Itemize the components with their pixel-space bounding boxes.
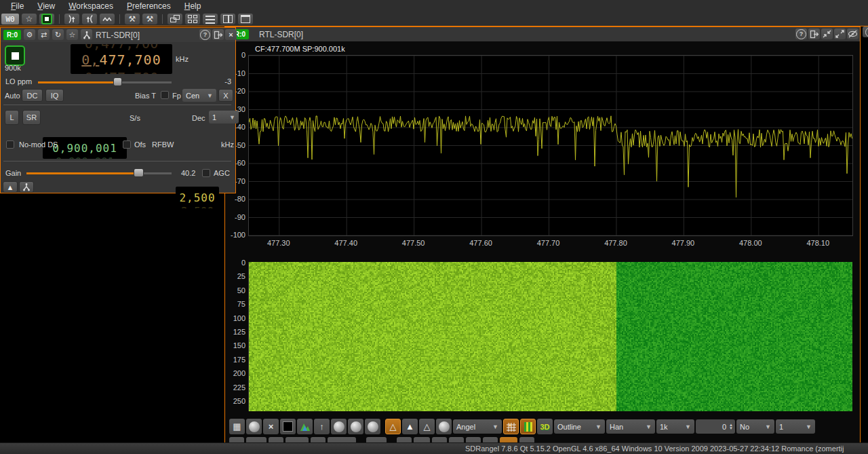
local-oscillator-button[interactable]: L <box>5 110 19 125</box>
gain-slider-handle[interactable] <box>134 168 144 177</box>
background-color-button[interactable] <box>280 419 296 434</box>
add-tx-device-button[interactable] <box>82 14 97 24</box>
stack-windows-button[interactable] <box>203 14 218 24</box>
feature-presets-button[interactable]: ☆ <box>22 14 37 24</box>
toolbar-row2-button[interactable] <box>246 437 267 442</box>
toolbar-row2-button[interactable] <box>311 437 326 442</box>
averaging-spinbox[interactable]: 0▲▼ <box>696 419 735 434</box>
menu-workspaces[interactable]: Workspaces <box>62 1 120 11</box>
add-rx-device-button[interactable] <box>64 14 79 24</box>
markers-select[interactable]: No▼ <box>736 419 774 434</box>
max-hold-button[interactable]: ↑ <box>314 419 330 434</box>
change-device-button[interactable]: ⇄ <box>38 29 50 40</box>
fc-position-select[interactable]: Cen▼ <box>182 89 216 102</box>
toolbar-row2-button[interactable] <box>466 437 481 442</box>
device-settings-button[interactable]: ⚙ <box>24 29 35 40</box>
reload-device-button[interactable]: ↻ <box>52 29 64 40</box>
histogram-toggle-button[interactable] <box>297 419 313 434</box>
reference-level-knob[interactable] <box>246 419 262 434</box>
stop-square-icon <box>41 14 52 24</box>
dc-correction-button[interactable]: DC <box>22 89 43 102</box>
toolbar-row2-button[interactable] <box>449 437 464 442</box>
average-trace-button[interactable]: ▲ <box>402 419 418 434</box>
fft-window-select[interactable]: Han▼ <box>606 419 655 434</box>
add-mimo-device-button[interactable] <box>100 14 115 24</box>
toolbar-row2-button[interactable] <box>366 437 387 442</box>
sink-select[interactable]: Angel▼ <box>453 419 502 434</box>
help-button[interactable]: ? <box>795 29 807 39</box>
decay-knob[interactable] <box>331 419 347 434</box>
iq-correction-button[interactable]: IQ <box>45 89 64 102</box>
feature-settings-button[interactable]: ⚒ <box>142 14 157 24</box>
lo-ppm-slider-handle[interactable] <box>113 77 122 86</box>
start-stop-button[interactable] <box>5 45 25 66</box>
grid-toggle-button[interactable]: ▦ <box>229 419 245 434</box>
menu-view[interactable]: View <box>31 1 62 11</box>
stop-all-devices-button[interactable] <box>39 14 54 24</box>
tabbed-view-button[interactable] <box>220 14 235 24</box>
sr-button-label: SR <box>26 113 37 121</box>
sr-toggle-button[interactable]: SR <box>22 110 41 125</box>
axis-tick-label: 477.90 <box>668 239 698 247</box>
ratio-select[interactable]: 1▼ <box>776 419 815 434</box>
clipped-toolbar-button[interactable] <box>863 26 868 37</box>
move-to-workspace-button[interactable] <box>808 29 820 39</box>
current-trace-button[interactable]: △ <box>385 419 401 434</box>
maximize-button[interactable] <box>834 29 846 39</box>
close-button[interactable]: × <box>225 29 237 40</box>
toolbar-row2-button[interactable] <box>285 437 309 442</box>
axis-tick-label: -80 <box>226 195 245 203</box>
device-titlebar[interactable]: R:0 ⚙ ⇄ ↻ ☆ RTL-SDR[0] ? × <box>1 28 235 42</box>
device-graph-button[interactable] <box>81 29 92 40</box>
gain-label: Gain <box>5 169 21 177</box>
toolbar-row2-button[interactable] <box>414 437 430 442</box>
toolbar-row2-button[interactable] <box>229 437 244 442</box>
chevron-down-icon: ▼ <box>207 92 213 99</box>
waterfall-position-button[interactable] <box>520 419 536 434</box>
channels-graph-button[interactable] <box>19 181 34 193</box>
bias-t-checkbox[interactable] <box>161 91 169 99</box>
spectrogram-3d-button[interactable]: 3D <box>537 419 553 434</box>
toolbar-row2-button[interactable] <box>328 437 356 442</box>
toolbar-row2-button[interactable] <box>432 437 447 442</box>
cascade-windows-button[interactable] <box>167 14 182 24</box>
add-feature-button[interactable]: ⚒ <box>125 14 140 24</box>
shrink-button[interactable] <box>821 29 833 39</box>
hide-button[interactable] <box>847 29 859 39</box>
toolbar-row2-button[interactable] <box>519 437 534 442</box>
waterfall-toggle-button[interactable] <box>503 419 519 434</box>
waterfall-display[interactable] <box>248 262 852 411</box>
decimation-select[interactable]: 1▼ <box>209 111 239 124</box>
decay-divisor-knob[interactable] <box>348 419 363 434</box>
menu-file[interactable]: File <box>4 1 31 11</box>
agc-checkbox[interactable] <box>202 169 210 177</box>
spectrum-plot[interactable] <box>248 55 853 236</box>
toolbar-row2-active-button[interactable] <box>500 437 517 442</box>
toolbar-row2-button[interactable] <box>269 437 283 442</box>
compress-arrows-icon <box>823 30 831 38</box>
toolbar-row2-button[interactable] <box>397 437 412 442</box>
center-frequency-dial[interactable]: 0,477,700 0,477,700 0,477,700 <box>71 44 172 74</box>
menu-help[interactable]: Help <box>178 1 208 11</box>
move-to-workspace-button[interactable] <box>212 29 224 40</box>
help-button[interactable]: ? <box>199 29 211 40</box>
trace-intensity-knob[interactable] <box>436 419 452 434</box>
normal-view-button[interactable] <box>238 14 253 24</box>
max-trace-button[interactable]: △ <box>419 419 435 434</box>
toolbar-row2-button[interactable] <box>483 437 498 442</box>
ofs-checkbox[interactable] <box>123 140 131 149</box>
style-select[interactable]: Outline▼ <box>554 419 605 434</box>
workspace-button[interactable]: W0 <box>1 14 19 24</box>
fft-size-select[interactable]: 1k▼ <box>656 419 694 434</box>
nomod-checkbox[interactable] <box>6 140 14 149</box>
rf-bandwidth-dial[interactable]: 2,500 2,500 <box>176 187 219 208</box>
presets-button[interactable]: ☆ <box>66 29 78 40</box>
axis-tick-label: 50 <box>226 286 245 295</box>
stroke-knob[interactable] <box>365 419 380 434</box>
tile-windows-button[interactable] <box>185 14 200 24</box>
spectrum-titlebar[interactable]: R:0 RTL-SDR[0] ? <box>225 27 860 41</box>
spectrum-display-button[interactable]: ▲ <box>3 181 18 193</box>
transverter-button[interactable]: X <box>218 89 233 102</box>
menu-preferences[interactable]: Preferences <box>120 1 178 11</box>
clear-spectrum-button[interactable]: × <box>263 419 279 434</box>
